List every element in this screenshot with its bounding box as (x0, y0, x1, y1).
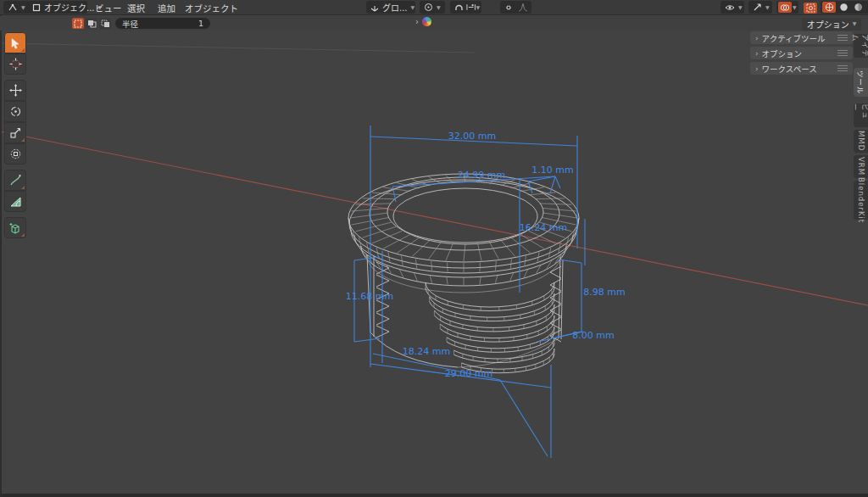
chevron-down-icon[interactable]: ▼ (793, 5, 797, 10)
chevron-down-icon: ▼ (21, 5, 25, 10)
dim-110mm-tick-right (555, 176, 560, 188)
viewport-options-dropdown[interactable]: オプション ▼ (802, 18, 861, 31)
gizmos-dropdown[interactable]: ▼ (748, 1, 772, 14)
dimension-label: 32.00 mm (448, 131, 496, 142)
orientation-icon (370, 3, 379, 12)
drag-grip-icon[interactable] (837, 65, 848, 71)
overlays-toggle[interactable] (778, 2, 792, 13)
grid-horizon-line (0, 43, 475, 53)
mode-dropdown-label: オブジェク... (44, 1, 95, 14)
dim-898mm-cap-top (559, 260, 581, 263)
transform-orientation-dropdown[interactable]: グロ... ▼ (366, 1, 415, 14)
tool-annotate[interactable] (4, 170, 26, 191)
drag-grip-icon[interactable] (837, 50, 848, 56)
panel-label: ワークスペース (762, 63, 817, 75)
tool-rotate[interactable] (4, 101, 26, 122)
snap-settings-dropdown[interactable]: ▼ (466, 2, 480, 13)
blenderkit-bar-toggle[interactable]: › (415, 17, 431, 26)
menu-select[interactable]: 選択 (124, 1, 148, 14)
options-dropdown-label: オプション (807, 18, 849, 31)
chevron-down-icon: ▼ (853, 21, 857, 26)
menu-view[interactable]: ビュー (92, 1, 125, 14)
tool-select-box[interactable] (4, 32, 26, 53)
chevron-down-icon: ▼ (476, 5, 480, 10)
shading-group: ▼ (821, 1, 868, 14)
panel-label: オプション (762, 47, 803, 59)
window-bottom-edge (0, 494, 868, 497)
dimension-label: 18.24 mm (403, 346, 450, 357)
tab-item[interactable]: アイテム (854, 34, 868, 58)
tab-view[interactable]: ビュー (854, 103, 868, 127)
tool-cursor[interactable] (4, 53, 26, 75)
blender-window: 32.00 mm 24.99 mm 1.10 mm 16.24 mm 11.68… (0, 0, 868, 497)
tab-blenderkit[interactable]: BlenderKit (854, 181, 868, 220)
dimension-label: 8.00 mm (572, 330, 614, 341)
window-left-edge (0, 0, 2, 497)
tool-move[interactable] (4, 80, 26, 101)
panel-active-tool[interactable]: › アクティブツール (750, 31, 853, 44)
chevron-right-icon: › (755, 34, 759, 42)
panel-label: アクティブツール (762, 32, 826, 44)
snap-toggle[interactable] (452, 2, 465, 13)
visibility-filter-dropdown[interactable]: ▼ (721, 1, 744, 14)
chevron-right-icon: › (755, 64, 759, 73)
xray-toggle[interactable] (804, 3, 817, 14)
select-mode-subtract-button[interactable] (99, 18, 111, 29)
dim-1168mm-cap-bottom (354, 338, 380, 342)
tool-transform[interactable] (4, 143, 26, 165)
overlays-group: ▼ (776, 1, 798, 14)
tool-add-cube[interactable] (4, 217, 26, 238)
editor-type-button[interactable]: ▼ (3, 1, 30, 14)
object-mode-icon (32, 3, 41, 12)
chevron-right-icon: › (415, 17, 419, 26)
viewport-3d[interactable]: 32.00 mm 24.99 mm 1.10 mm 16.24 mm 11.68… (0, 0, 868, 497)
drag-grip-icon[interactable] (837, 35, 848, 41)
gizmo-icon (753, 3, 762, 12)
chevron-down-icon: ▼ (437, 5, 441, 10)
shading-material-button[interactable] (851, 2, 865, 13)
proportional-falloff-dropdown[interactable] (516, 2, 530, 13)
tab-mmd[interactable]: MMD (854, 130, 868, 153)
dimension-label: 29.00 mm (445, 368, 492, 379)
proportional-edit-group (500, 1, 531, 14)
menu-add[interactable]: 追加 (154, 1, 179, 14)
pivot-icon (424, 3, 433, 12)
chevron-right-icon: › (755, 49, 759, 58)
toolbar (4, 32, 27, 238)
tool-scale[interactable] (4, 122, 26, 143)
x-axis-line (0, 131, 868, 305)
chevron-down-icon: ▼ (738, 5, 743, 10)
dimension-label: 24.99 mm (458, 170, 505, 181)
orientation-label: グロ... (382, 1, 408, 14)
model-wireframe-detail (349, 175, 577, 373)
viewport-header: ▼ オブジェク... ▼ ビュー 選択 追加 オブジェクト グロ... ▼ ▼ (0, 0, 868, 15)
panel-workspace[interactable]: › ワークスペース (750, 62, 853, 75)
radius-field-value: 1 (198, 19, 203, 28)
menu-object[interactable]: オブジェクト (181, 1, 242, 14)
dimension-label: 16.24 mm (520, 222, 567, 233)
shading-wireframe-button[interactable] (822, 2, 836, 13)
dim-extension-diagonal (500, 380, 548, 456)
pivot-point-dropdown[interactable]: ▼ (420, 1, 445, 14)
eye-icon (725, 3, 735, 12)
tool-settings-bar: 半径 1 › オプション ▼ (0, 16, 868, 31)
tab-tool[interactable]: ツール (854, 68, 868, 97)
select-mode-new-button[interactable] (72, 18, 84, 29)
editor-type-icon (8, 3, 18, 13)
tab-vrm[interactable]: VRM (854, 155, 868, 178)
radius-field-label: 半径 (122, 18, 138, 30)
chevron-down-icon: ▼ (411, 5, 415, 10)
xray-wrap (804, 1, 817, 14)
blenderkit-logo-icon (422, 17, 431, 26)
dimension-label: 8.98 mm (583, 287, 625, 298)
dimension-label: 11.68 mm (346, 291, 393, 302)
dimension-label: 1.10 mm (531, 165, 573, 176)
radius-field[interactable]: 半径 1 (115, 18, 210, 29)
select-mode-extend-button[interactable] (86, 18, 97, 29)
chevron-down-icon: ▼ (765, 5, 770, 10)
proportional-edit-toggle[interactable] (502, 2, 515, 13)
tool-measure[interactable] (4, 191, 26, 212)
mode-dropdown[interactable]: オブジェク... ▼ (28, 1, 87, 14)
shading-solid-button[interactable] (837, 2, 850, 13)
panel-options[interactable]: › オプション (750, 47, 853, 59)
